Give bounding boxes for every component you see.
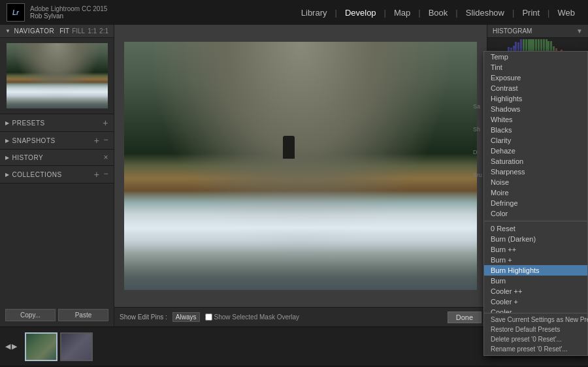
dropdown-rename-preset[interactable]: Rename preset '0 Reset'...: [484, 344, 587, 354]
collections-title: Collections: [12, 171, 62, 178]
copy-button[interactable]: Copy...: [5, 309, 56, 321]
label-sa: Sa: [473, 103, 482, 110]
dropdown-item-sharpness[interactable]: Sharpness: [484, 167, 587, 177]
label-bru: Bru: [473, 172, 482, 178]
presets-header[interactable]: ▶ Presets +: [0, 114, 114, 131]
history-section: ▶ History ×: [0, 150, 114, 166]
navigator-title: Navigator: [14, 27, 54, 35]
dropdown-item-contrast[interactable]: Contrast: [484, 83, 587, 93]
filmstrip-thumbs: [25, 332, 93, 361]
dropdown-item-burn-pp[interactable]: Burn ++: [484, 244, 587, 255]
dropdown-item-cooler[interactable]: Cooler: [484, 307, 587, 313]
dropdown-item-exposure[interactable]: Exposure: [484, 72, 587, 83]
navigator-header[interactable]: ▼ Navigator FIT FILL 1:1 2:1: [0, 25, 114, 38]
lr-logo: Lr: [7, 3, 25, 22]
filmstrip-thumb-2[interactable]: [60, 332, 93, 361]
dropdown-item-shadows[interactable]: Shadows: [484, 104, 587, 114]
presets-triangle: ▶: [5, 120, 10, 126]
navigator-triangle: ▼: [5, 28, 10, 34]
dropdown-item-dehaze[interactable]: Dehaze: [484, 146, 587, 156]
dropdown-item-burn-highlights[interactable]: Burn Highlights: [484, 265, 587, 276]
history-title: History: [12, 154, 44, 161]
histogram-header: Histogram ▼: [487, 25, 588, 38]
app-title: Adobe Lightroom CC 2015: [30, 5, 107, 12]
dropdown-item-cooler-pp[interactable]: Cooler ++: [484, 286, 587, 296]
app-user: Rob Sylvan: [30, 12, 107, 20]
main-photo: [124, 42, 477, 290]
dropdown-item-burn-darken[interactable]: Burn (Darken): [484, 234, 587, 244]
collections-remove-button[interactable]: −: [103, 169, 108, 180]
filmstrip-next[interactable]: ▶: [12, 342, 17, 351]
dropdown-item-defringe[interactable]: Defringe: [484, 198, 587, 208]
dropdown-item-whites[interactable]: Whites: [484, 114, 587, 125]
nav-web[interactable]: Web: [551, 5, 582, 20]
nav-library[interactable]: Library: [295, 5, 334, 20]
history-triangle: ▶: [5, 155, 10, 161]
left-panel: ▼ Navigator FIT FILL 1:1 2:1 ▶ Preset: [0, 25, 114, 327]
dropdown-item-blacks[interactable]: Blacks: [484, 125, 587, 135]
filmstrip-prev[interactable]: ◀: [5, 342, 10, 351]
navigator-section: ▼ Navigator FIT FILL 1:1 2:1: [0, 25, 114, 114]
snapshots-title: Snapshots: [12, 137, 56, 144]
mask-overlay-checkbox[interactable]: Show Selected Mask Overlay: [205, 313, 300, 321]
copy-paste-area: Copy... Paste: [0, 304, 114, 327]
dropdown-item-color[interactable]: Color: [484, 208, 587, 219]
history-clear-button[interactable]: ×: [103, 153, 108, 162]
mask-checkbox-input[interactable]: [205, 313, 212, 321]
dropdown-save-preset[interactable]: Save Current Settings as New Preset...: [484, 315, 587, 325]
histogram-expand-icon[interactable]: ▼: [576, 27, 583, 35]
nav-slideshow[interactable]: Slideshow: [459, 5, 511, 20]
top-nav: Library | Develop | Map | Book | Slidesh…: [295, 5, 581, 20]
history-header[interactable]: ▶ History ×: [0, 150, 114, 165]
filmstrip-nav: ◀ ▶: [5, 342, 17, 351]
label-d: D: [473, 149, 482, 155]
right-side-labels: Sa Sh D Bru: [473, 103, 482, 178]
collections-section: ▶ Collections + −: [0, 166, 114, 184]
dropdown-item-burn[interactable]: Burn: [484, 276, 587, 286]
dropdown-item-burn-p[interactable]: Burn +: [484, 255, 587, 265]
zoom-fill[interactable]: FILL: [72, 27, 85, 35]
snapshots-remove-button[interactable]: −: [103, 135, 108, 146]
collections-header[interactable]: ▶ Collections + −: [0, 166, 114, 183]
dropdown-item-highlights[interactable]: Highlights: [484, 93, 587, 104]
histogram-title: Histogram: [493, 27, 532, 35]
dropdown-scroll-area[interactable]: Temp Tint Exposure Contrast Highlights S…: [484, 52, 587, 313]
dropdown-item-moire[interactable]: Moire: [484, 187, 587, 198]
mask-overlay-label: Show Selected Mask Overlay: [214, 313, 300, 321]
person-silhouette: [283, 136, 295, 159]
dropdown-item-saturation[interactable]: Saturation: [484, 156, 587, 167]
paste-button[interactable]: Paste: [58, 309, 108, 321]
dropdown-item-0reset[interactable]: 0 Reset: [484, 223, 587, 234]
collections-triangle: ▶: [5, 172, 10, 178]
dropdown-item-clarity[interactable]: Clarity: [484, 135, 587, 146]
app-logo-text: Lr: [12, 9, 19, 16]
filmstrip-thumb-1[interactable]: [25, 332, 57, 361]
nav-develop[interactable]: Develop: [338, 5, 383, 20]
presets-add-button[interactable]: +: [103, 118, 108, 128]
snapshots-section: ▶ Snapshots + −: [0, 132, 114, 150]
zoom-2to1[interactable]: 2:1: [99, 27, 108, 35]
snapshots-triangle: ▶: [5, 138, 10, 144]
dropdown-item-noise[interactable]: Noise: [484, 177, 587, 187]
nav-print[interactable]: Print: [515, 5, 546, 20]
dropdown-delete-preset[interactable]: Delete preset '0 Reset'...: [484, 334, 587, 344]
snapshots-add-button[interactable]: +: [94, 135, 100, 146]
right-panel: Histogram ▼ Ma Eff Temp Tint Exposure Co…: [487, 25, 588, 327]
done-button[interactable]: Done: [448, 311, 482, 323]
collections-add-button[interactable]: +: [94, 169, 100, 180]
zoom-1to1[interactable]: 1:1: [88, 27, 97, 35]
nav-map[interactable]: Map: [387, 5, 417, 20]
nav-book[interactable]: Book: [422, 5, 455, 20]
dropdown-divider-1: [484, 221, 587, 221]
dropdown-restore-defaults[interactable]: Restore Default Presets: [484, 325, 587, 334]
dropdown-item-cooler-p[interactable]: Cooler +: [484, 296, 587, 307]
snapshots-header[interactable]: ▶ Snapshots + −: [0, 132, 114, 149]
dropdown-item-temp[interactable]: Temp: [484, 52, 587, 62]
edit-pins-value[interactable]: Always: [172, 312, 200, 322]
logo-area: Lr Adobe Lightroom CC 2015 Rob Sylvan: [7, 3, 107, 22]
label-sh: Sh: [473, 126, 482, 133]
dropdown-item-tint[interactable]: Tint: [484, 62, 587, 72]
navigator-thumbnail: [7, 43, 108, 108]
zoom-fit[interactable]: FIT: [59, 27, 69, 35]
center-area: Show Edit Pins : Always Show Selected Ma…: [114, 25, 487, 327]
